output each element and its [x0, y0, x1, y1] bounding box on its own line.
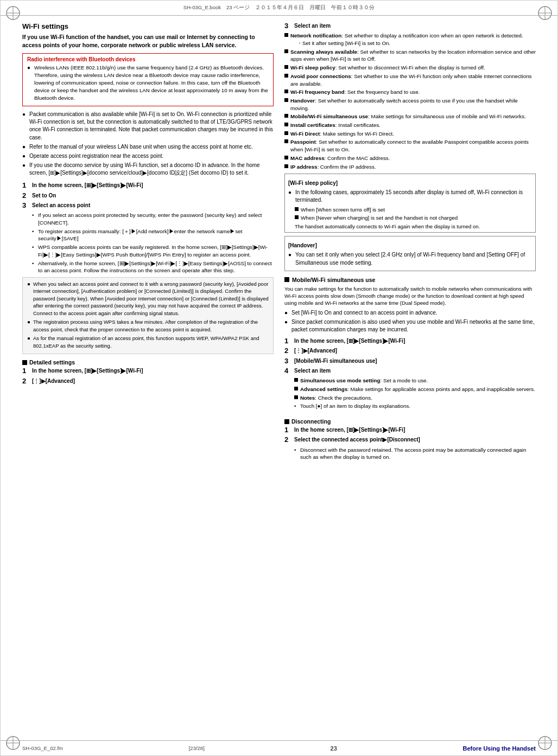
- detailed-settings-heading: Detailed settings: [22, 359, 274, 366]
- step-label: In the home screen, [⊞]▶[Settings]▶[Wi-F…: [294, 337, 536, 345]
- detailed-step-2: 2 [⋮]▶[Advanced]: [22, 377, 274, 385]
- wifi-sleep-heading: [Wi-Fi sleep policy]: [288, 180, 532, 187]
- disconnecting-step-2: 2 Select the connected access point▶[Dis…: [284, 436, 536, 444]
- mobile-wifi-heading: Mobile/Wi-Fi simultaneous use: [284, 277, 536, 283]
- square-icon: [284, 65, 288, 69]
- wifi-sleep-policy-box: [Wi-Fi sleep policy] ● In the following …: [284, 174, 536, 233]
- mobile-wifi-step-3: 3 [Mobile/Wi-Fi simultaneous use]: [284, 357, 536, 365]
- list-item: Install certificates: Install certificat…: [284, 121, 536, 129]
- list-item: Wi-Fi frequency band: Set the frequency …: [284, 88, 536, 96]
- info-box-content: ● Wireless LANs (IEEE 802.11b/g/n) use t…: [27, 64, 269, 102]
- square-icon: [295, 215, 299, 219]
- list-item: ● Since packet communication is also use…: [284, 318, 536, 334]
- bullet-dot: ●: [22, 111, 28, 118]
- step-3-sub-bullets: • If you select an access point protecte…: [32, 212, 274, 276]
- list-item: ● In the following cases, approximately …: [288, 189, 532, 204]
- step-label: Select an access point: [32, 202, 274, 209]
- list-item: ● As for the manual registration of an a…: [27, 335, 269, 349]
- black-square-icon: [284, 277, 289, 282]
- list-item: • WPS compatible access points can be ea…: [32, 244, 274, 258]
- wifi-sleep-footer: The handset automatically connects to Wi…: [295, 223, 532, 230]
- left-column: Wi-Fi settings If you use Wi-Fi function…: [22, 22, 274, 734]
- footer-file: SH-03G_E_02.fm: [22, 745, 63, 751]
- list-item: • Alternatively, in the home screen, [⊞]…: [32, 260, 274, 274]
- list-item: Advanced settings: Make settings for app…: [294, 386, 536, 393]
- mobile-wifi-step-1: 1 In the home screen, [⊞]▶[Settings]▶[Wi…: [284, 337, 536, 345]
- bullet-dot: ●: [22, 143, 28, 151]
- step3-items: Network notification: Set whether to dis…: [284, 32, 536, 171]
- square-icon: [284, 49, 288, 53]
- list-item: Notes: Check the precautions.: [294, 394, 536, 402]
- list-item: MAC address: Confirm the MAC address.: [284, 155, 536, 162]
- list-item: Scanning always available: Set whether t…: [284, 48, 536, 63]
- list-item: • If you select an access point protecte…: [32, 212, 274, 226]
- list-item: When [Never when charging] is set and th…: [295, 214, 532, 222]
- list-item: Wi-Fi sleep policy: Set whether to disco…: [284, 64, 536, 72]
- intro-text: If you use Wi-Fi function of the handset…: [22, 33, 274, 49]
- step-number: 2: [22, 192, 30, 200]
- list-item: ● You can set it only when you select [2…: [288, 251, 532, 266]
- square-icon: [284, 114, 288, 118]
- step-number: 4: [284, 367, 292, 375]
- square-icon: [284, 74, 288, 78]
- footer-pages: [23/28]: [189, 745, 205, 751]
- step-number: 1: [284, 426, 292, 434]
- main-bullet-list: ● Packet communication is also available…: [22, 111, 274, 179]
- square-icon: [294, 395, 298, 399]
- square-icon: [284, 98, 288, 102]
- list-item: • Touch [●] of an item to display its ex…: [294, 402, 536, 410]
- info-box-bluetooth: Radio interference with Bluetooth device…: [22, 53, 274, 106]
- list-item: Avoid poor connections: Set whether to u…: [284, 73, 536, 87]
- disconnecting-sub: • Disconnect with the password retained.…: [294, 446, 536, 461]
- list-item: • To register access points manually: [＋…: [32, 228, 274, 242]
- square-icon: [294, 378, 298, 382]
- step-number: 2: [22, 377, 30, 385]
- step-number: 2: [284, 436, 292, 444]
- step-label: Select the connected access point▶[Disco…: [294, 436, 536, 444]
- warning-box: ● When you select an access point and co…: [22, 277, 274, 354]
- info-box-bullet: ● Wireless LANs (IEEE 802.11b/g/n) use t…: [27, 64, 269, 102]
- disconnecting-step-1: 1 In the home screen, [⊞]▶[Settings]▶[Wi…: [284, 426, 536, 434]
- warning-content: ● When you select an access point and co…: [27, 280, 269, 349]
- list-item: Wi-Fi Direct: Make settings for Wi-Fi Di…: [284, 130, 536, 138]
- square-icon: [284, 123, 288, 126]
- disconnecting-section: Disconnecting 1 In the home screen, [⊞]▶…: [284, 416, 536, 463]
- mobile-wifi-intro: You can make settings for the function t…: [284, 285, 536, 307]
- step-label: In the home screen, [⊞]▶[Settings]▶[Wi-F…: [294, 426, 536, 434]
- bullet-dot: ●: [27, 64, 33, 72]
- step-label: Set to On: [32, 192, 274, 200]
- mobile-wifi-step-4: 4 Select an item: [284, 367, 536, 375]
- step-number: 1: [284, 337, 292, 345]
- step-label: [⋮]▶[Advanced]: [294, 347, 536, 355]
- step-number: 3: [284, 22, 292, 30]
- list-item: IP address: Confirm the IP address.: [284, 163, 536, 171]
- square-icon: [284, 33, 288, 37]
- step-number: 1: [22, 367, 30, 375]
- header-text: SH-03G_E.book 23 ページ ２０１５年４月６日 月曜日 午前１０時…: [183, 4, 375, 11]
- handover-section: [Handover] ● You can set it only when yo…: [284, 236, 536, 271]
- right-step-3: 3 Select an item: [284, 22, 536, 30]
- list-item: Simultaneous use mode setting: Set a mod…: [294, 377, 536, 385]
- step-label: In the home screen, [⊞]▶[Settings]▶[Wi-F…: [32, 182, 274, 189]
- step-number: 2: [284, 347, 292, 355]
- black-square-icon: [284, 419, 289, 424]
- list-item: ● Packet communication is also available…: [22, 111, 274, 142]
- step-label: Select an item: [294, 367, 536, 375]
- list-item: • Disconnect with the password retained.…: [294, 446, 536, 461]
- list-item: ● Refer to the manual of your wireless L…: [22, 143, 274, 151]
- square-icon: [294, 387, 298, 390]
- step-number: 3: [22, 202, 30, 209]
- square-icon: [295, 207, 299, 211]
- page-footer: SH-03G_E_02.fm [23/28] 23 Before Using t…: [1, 740, 557, 755]
- footer-title: Before Using the Handset: [463, 745, 536, 752]
- disconnecting-heading: Disconnecting: [284, 418, 536, 425]
- square-icon: [284, 89, 288, 93]
- list-item: Handover: Set whether to automatically s…: [284, 97, 536, 112]
- square-icon: [284, 156, 288, 159]
- step-label: [⋮]▶[Advanced]: [32, 377, 274, 385]
- square-icon: [284, 139, 288, 143]
- section-title: Wi-Fi settings: [22, 22, 274, 30]
- right-column: 3 Select an item Network notification: S…: [284, 22, 536, 734]
- list-item: Passpoint: Set whether to automatically …: [284, 138, 536, 153]
- step-2: 2 Set to On: [22, 192, 274, 200]
